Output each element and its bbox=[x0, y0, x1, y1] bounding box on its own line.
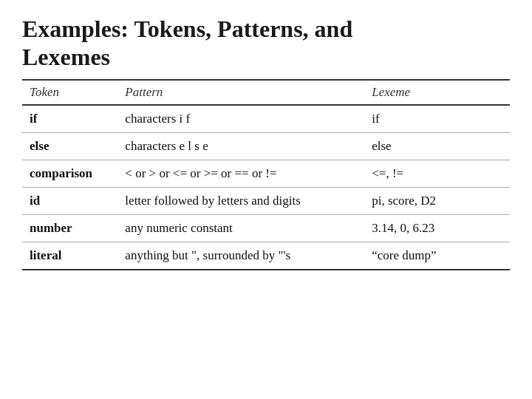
table-row: ifcharacters i fif bbox=[22, 105, 510, 133]
examples-table: Token Pattern Lexeme ifcharacters i fife… bbox=[22, 79, 510, 270]
page: Examples: Tokens, Patterns, and Lexemes … bbox=[0, 0, 532, 399]
cell-lexeme: “core dump” bbox=[364, 242, 510, 270]
table-row: literalanything but ", surrounded by "'s… bbox=[22, 242, 510, 270]
table-row: idletter followed by letters and digitsp… bbox=[22, 187, 510, 214]
title-line2: Lexemes bbox=[22, 44, 110, 70]
cell-token: else bbox=[22, 132, 117, 160]
header-pattern: Pattern bbox=[117, 80, 364, 105]
cell-pattern: letter followed by letters and digits bbox=[117, 187, 364, 214]
title-line1: Examples: Tokens, Patterns, and bbox=[22, 16, 352, 42]
table-header-row: Token Pattern Lexeme bbox=[22, 80, 510, 105]
cell-lexeme: <=, != bbox=[364, 160, 510, 187]
table-row: elsecharacters e l s eelse bbox=[22, 132, 510, 160]
cell-pattern: characters e l s e bbox=[117, 132, 364, 160]
cell-token: id bbox=[22, 187, 117, 214]
cell-token: comparison bbox=[22, 160, 117, 187]
cell-lexeme: pi, score, D2 bbox=[364, 187, 510, 214]
cell-lexeme: if bbox=[364, 105, 510, 133]
cell-pattern: characters i f bbox=[117, 105, 364, 133]
cell-token: literal bbox=[22, 242, 117, 270]
cell-pattern: < or > or <= or >= or == or != bbox=[117, 160, 364, 187]
page-title: Examples: Tokens, Patterns, and Lexemes bbox=[22, 15, 510, 72]
cell-token: if bbox=[22, 105, 117, 133]
header-token: Token bbox=[22, 80, 117, 105]
cell-lexeme: else bbox=[364, 132, 510, 160]
table-row: comparison< or > or <= or >= or == or !=… bbox=[22, 160, 510, 187]
cell-pattern: any numeric constant bbox=[117, 214, 364, 242]
cell-token: number bbox=[22, 214, 117, 242]
header-lexeme: Lexeme bbox=[364, 80, 510, 105]
cell-pattern: anything but ", surrounded by "'s bbox=[117, 242, 364, 270]
cell-lexeme: 3.14, 0, 6.23 bbox=[364, 214, 510, 242]
table-row: numberany numeric constant3.14, 0, 6.23 bbox=[22, 214, 510, 242]
